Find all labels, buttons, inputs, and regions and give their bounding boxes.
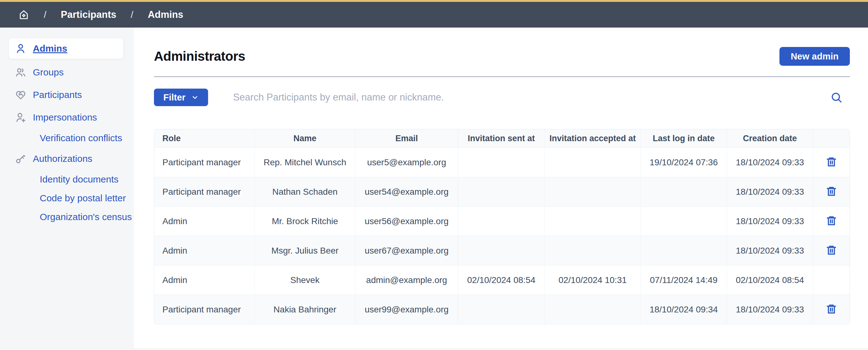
cell-actions <box>813 206 849 236</box>
sidebar-item-code-by-postal-letter[interactable]: Code by postal letter <box>9 189 123 207</box>
sidebar-item-organizations-census[interactable]: Organization's census <box>9 208 123 226</box>
column-header-name: Name <box>254 129 355 147</box>
cell-last-log-in-date: 07/11/2024 14:49 <box>641 265 726 295</box>
cell-email: user5@example.org <box>355 147 458 177</box>
cell-last-log-in-date <box>641 236 726 265</box>
sidebar: Admins Groups Participants <box>0 28 134 348</box>
sidebar-item-label: Authorizations <box>33 153 92 164</box>
trash-icon <box>826 156 837 168</box>
top-navbar: / Participants / Admins <box>0 0 868 28</box>
cell-invitation-accepted-at <box>545 295 641 324</box>
cell-name: Nakia Bahringer <box>254 295 355 324</box>
table-row: Participant manager Nathan Schaden user5… <box>154 177 849 206</box>
cell-email: user99@example.org <box>355 295 458 324</box>
cell-invitation-accepted-at <box>545 177 641 206</box>
column-header-invitation-accepted-at: Invitation accepted at <box>545 129 641 147</box>
table-row: Participant manager Rep. Mitchel Wunsch … <box>154 147 849 177</box>
search-input[interactable] <box>233 92 827 103</box>
cell-creation-date: 02/10/2024 08:54 <box>726 265 813 295</box>
cell-actions <box>813 177 849 206</box>
cell-actions <box>813 265 849 295</box>
page-layout: Admins Groups Participants <box>0 28 868 348</box>
breadcrumb-admins[interactable]: Admins <box>148 9 183 20</box>
cell-email: admin@example.org <box>355 265 458 295</box>
table-row: Admin Msgr. Julius Beer user67@example.o… <box>154 236 849 265</box>
cell-creation-date: 18/10/2024 09:33 <box>726 206 813 236</box>
new-admin-button[interactable]: New admin <box>779 47 850 66</box>
table-row: Admin Mr. Brock Ritchie user56@example.o… <box>154 206 849 236</box>
cell-role: Admin <box>154 206 254 236</box>
sidebar-item-label: Organization's census <box>40 212 132 222</box>
column-header-actions <box>813 129 849 147</box>
sidebar-item-participants[interactable]: Participants <box>9 84 123 106</box>
delete-admin-button[interactable] <box>824 213 839 228</box>
header-divider <box>154 77 850 77</box>
cell-invitation-sent-at: 02/10/2024 08:54 <box>458 265 545 295</box>
breadcrumb-participants[interactable]: Participants <box>61 9 116 20</box>
cell-role: Participant manager <box>154 295 254 324</box>
cell-name: Rep. Mitchel Wunsch <box>254 147 355 177</box>
cell-last-log-in-date: 18/10/2024 09:34 <box>641 295 726 324</box>
column-header-invitation-sent-at: Invitation sent at <box>458 129 545 147</box>
sidebar-item-verification-conflicts[interactable]: Verification conflicts <box>9 129 123 147</box>
column-header-creation-date: Creation date <box>726 129 813 147</box>
cell-email: user54@example.org <box>355 177 458 206</box>
delete-admin-button[interactable] <box>824 184 839 199</box>
users-icon <box>15 66 27 78</box>
user-plus-icon <box>15 112 27 123</box>
trash-icon <box>826 185 837 197</box>
page-title: Administrators <box>154 49 245 64</box>
filter-button[interactable]: Filter <box>154 89 208 106</box>
admins-table: Role Name Email Invitation sent at Invit… <box>154 129 850 324</box>
key-icon <box>15 153 27 165</box>
page-header: Administrators New admin <box>154 28 850 66</box>
cell-role: Admin <box>154 236 254 265</box>
cell-invitation-accepted-at: 02/10/2024 10:31 <box>545 265 641 295</box>
cell-creation-date: 18/10/2024 09:33 <box>726 147 813 177</box>
sidebar-item-identity-documents[interactable]: Identity documents <box>9 170 123 188</box>
sidebar-item-label: Groups <box>33 67 64 78</box>
cell-name: Mr. Brock Ritchie <box>254 206 355 236</box>
heart-handshake-icon <box>15 89 27 101</box>
sidebar-item-label: Admins <box>33 43 67 54</box>
cell-invitation-sent-at <box>458 236 545 265</box>
cell-email: user67@example.org <box>355 236 458 265</box>
breadcrumb-separator: / <box>44 9 46 20</box>
user-icon <box>15 42 27 55</box>
cell-actions <box>813 236 849 265</box>
cell-invitation-sent-at <box>458 206 545 236</box>
cell-actions <box>813 147 849 177</box>
cell-last-log-in-date <box>641 206 726 236</box>
cell-role: Participant manager <box>154 147 254 177</box>
table-header-row: Role Name Email Invitation sent at Invit… <box>154 129 849 147</box>
cell-invitation-accepted-at <box>545 206 641 236</box>
search-button[interactable] <box>827 91 845 104</box>
cell-role: Admin <box>154 265 254 295</box>
sidebar-item-label: Participants <box>33 90 82 100</box>
cell-invitation-accepted-at <box>545 147 641 177</box>
cell-invitation-sent-at <box>458 147 545 177</box>
cell-last-log-in-date <box>641 177 726 206</box>
sidebar-item-authorizations[interactable]: Authorizations <box>9 148 123 170</box>
cell-invitation-accepted-at <box>545 236 641 265</box>
cell-name: Msgr. Julius Beer <box>254 236 355 265</box>
sidebar-item-admins[interactable]: Admins <box>9 38 123 59</box>
sidebar-item-label: Code by postal letter <box>40 193 126 203</box>
sidebar-item-label: Identity documents <box>40 174 119 185</box>
chevron-down-icon <box>191 94 199 101</box>
sidebar-item-impersonations[interactable]: Impersonations <box>9 107 123 128</box>
cell-last-log-in-date: 19/10/2024 07:36 <box>641 147 726 177</box>
delete-admin-button[interactable] <box>824 155 839 169</box>
table-row: Participant manager Nakia Bahringer user… <box>154 295 849 324</box>
sidebar-item-groups[interactable]: Groups <box>9 61 123 83</box>
cell-actions <box>813 295 849 324</box>
delete-admin-button[interactable] <box>824 243 839 257</box>
search-row: Filter <box>154 89 850 106</box>
column-header-last-log-in-date: Last log in date <box>641 129 726 147</box>
cell-invitation-sent-at <box>458 177 545 206</box>
column-header-email: Email <box>355 129 458 147</box>
trash-icon <box>826 244 837 256</box>
delete-admin-button[interactable] <box>824 302 839 316</box>
home-gear-icon[interactable] <box>18 9 29 20</box>
cell-creation-date: 18/10/2024 09:33 <box>726 236 813 265</box>
